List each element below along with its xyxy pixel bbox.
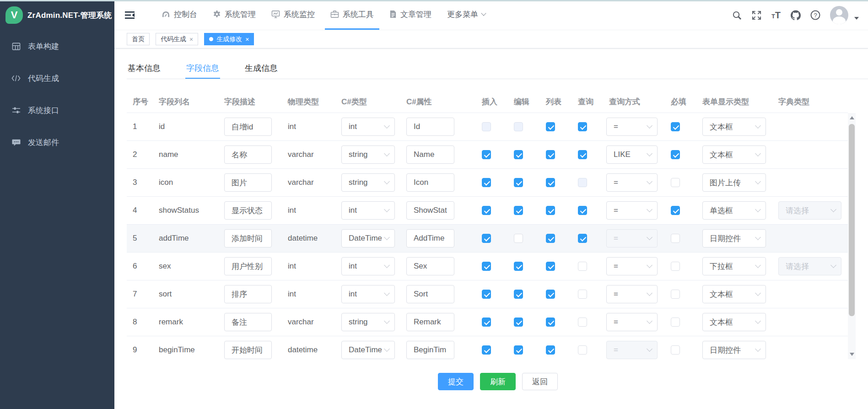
list-checkbox[interactable] — [546, 234, 555, 243]
required-checkbox[interactable] — [671, 345, 680, 355]
edit-checkbox[interactable] — [514, 178, 523, 187]
display-type-select[interactable]: 图片上传 — [702, 173, 766, 192]
sidebar-item-code-gen[interactable]: 代码生成 — [0, 62, 114, 94]
help-icon[interactable]: ? — [810, 10, 820, 20]
edit-checkbox[interactable] — [514, 150, 523, 159]
cs-type-select[interactable]: string — [341, 145, 395, 164]
vertical-scrollbar[interactable] — [848, 113, 856, 359]
display-type-select[interactable]: 单选框 — [702, 201, 766, 220]
list-checkbox[interactable] — [546, 178, 555, 187]
list-checkbox[interactable] — [546, 318, 555, 327]
sidebar-item-send-mail[interactable]: 发送邮件 — [0, 126, 114, 158]
nav-item-article-manage[interactable]: 文章管理 — [384, 0, 437, 30]
scrollbar-thumb[interactable] — [849, 124, 855, 316]
dict-type-select[interactable]: 请选择 — [778, 257, 841, 275]
cs-property-input[interactable] — [406, 257, 454, 275]
insert-checkbox[interactable] — [482, 262, 491, 271]
list-checkbox[interactable] — [546, 206, 555, 215]
query-type-select[interactable]: = — [606, 285, 658, 303]
query-checkbox[interactable] — [578, 290, 587, 299]
insert-checkbox[interactable] — [482, 122, 491, 131]
field-desc-input[interactable] — [224, 118, 272, 136]
query-checkbox[interactable] — [578, 178, 587, 187]
tag-home[interactable]: 首页 — [127, 33, 150, 45]
edit-checkbox[interactable] — [514, 122, 523, 131]
field-desc-input[interactable] — [224, 201, 272, 220]
cs-property-input[interactable] — [406, 173, 454, 192]
list-checkbox[interactable] — [546, 150, 555, 159]
cs-property-input[interactable] — [406, 313, 454, 331]
display-type-select[interactable]: 文本框 — [702, 285, 766, 303]
cs-property-input[interactable] — [406, 145, 454, 164]
edit-checkbox[interactable] — [514, 262, 523, 271]
tag-code-gen[interactable]: 代码生成 × — [156, 33, 198, 45]
query-checkbox[interactable] — [578, 206, 587, 215]
insert-checkbox[interactable] — [482, 234, 491, 243]
field-desc-input[interactable] — [224, 341, 272, 359]
close-icon[interactable]: × — [245, 36, 249, 43]
sidebar-item-form-build[interactable]: 表单构建 — [0, 30, 114, 62]
field-desc-input[interactable] — [224, 257, 272, 275]
scroll-up-arrow-icon[interactable] — [848, 114, 856, 122]
cs-type-select[interactable]: int — [341, 257, 395, 275]
tab-field-info[interactable]: 字段信息 — [185, 59, 220, 79]
cs-type-select[interactable]: string — [341, 313, 395, 331]
cs-property-input[interactable] — [406, 285, 454, 303]
display-type-select[interactable]: 日期控件 — [702, 341, 766, 359]
submit-button[interactable]: 提交 — [438, 373, 474, 390]
fullscreen-icon[interactable] — [751, 10, 761, 20]
scroll-down-arrow-icon[interactable] — [848, 350, 856, 358]
query-checkbox[interactable] — [578, 234, 587, 243]
tab-gen-info[interactable]: 生成信息 — [244, 59, 279, 79]
display-type-select[interactable]: 文本框 — [702, 145, 766, 164]
cs-type-select[interactable]: DateTime — [341, 341, 395, 359]
query-checkbox[interactable] — [578, 262, 587, 271]
edit-checkbox[interactable] — [514, 345, 523, 355]
required-checkbox[interactable] — [671, 234, 680, 243]
query-checkbox[interactable] — [578, 318, 587, 327]
tab-basic-info[interactable]: 基本信息 — [127, 59, 162, 79]
cs-type-select[interactable]: DateTime — [341, 229, 395, 248]
list-checkbox[interactable] — [546, 345, 555, 355]
query-type-select[interactable]: = — [606, 118, 658, 136]
cs-type-select[interactable]: string — [341, 173, 395, 192]
cs-property-input[interactable] — [406, 118, 454, 136]
query-type-select[interactable]: = — [606, 257, 658, 275]
nav-item-system-manage[interactable]: 系统管理 — [207, 0, 261, 30]
nav-item-more-menu[interactable]: 更多菜单 — [442, 0, 491, 30]
insert-checkbox[interactable] — [482, 178, 491, 187]
query-type-select[interactable]: = — [606, 201, 658, 220]
display-type-select[interactable]: 下拉框 — [702, 257, 766, 275]
required-checkbox[interactable] — [671, 318, 680, 327]
edit-checkbox[interactable] — [514, 290, 523, 299]
required-checkbox[interactable] — [671, 206, 680, 215]
display-type-select[interactable]: 日期控件 — [702, 229, 766, 248]
query-type-select[interactable]: = — [606, 313, 658, 331]
query-type-select[interactable]: = — [606, 229, 658, 248]
insert-checkbox[interactable] — [482, 150, 491, 159]
required-checkbox[interactable] — [671, 122, 680, 131]
field-desc-input[interactable] — [224, 145, 272, 164]
query-checkbox[interactable] — [578, 150, 587, 159]
list-checkbox[interactable] — [546, 122, 555, 131]
query-type-select[interactable]: = — [606, 173, 658, 192]
github-icon[interactable] — [791, 10, 801, 20]
query-type-select[interactable]: LIKE — [606, 145, 658, 164]
query-checkbox[interactable] — [578, 122, 587, 131]
required-checkbox[interactable] — [671, 290, 680, 299]
required-checkbox[interactable] — [671, 178, 680, 187]
nav-item-console[interactable]: 控制台 — [156, 0, 203, 30]
sidebar-item-system-api[interactable]: 系统接口 — [0, 94, 114, 126]
display-type-select[interactable]: 文本框 — [702, 118, 766, 136]
required-checkbox[interactable] — [671, 150, 680, 159]
insert-checkbox[interactable] — [482, 290, 491, 299]
query-type-select[interactable]: = — [606, 341, 658, 359]
font-size-icon[interactable]: TT — [771, 10, 781, 20]
display-type-select[interactable]: 文本框 — [702, 313, 766, 331]
field-desc-input[interactable] — [224, 173, 272, 192]
field-desc-input[interactable] — [224, 285, 272, 303]
field-desc-input[interactable] — [224, 313, 272, 331]
cs-property-input[interactable] — [406, 341, 454, 359]
field-desc-input[interactable] — [224, 229, 272, 248]
close-icon[interactable]: × — [189, 36, 193, 43]
